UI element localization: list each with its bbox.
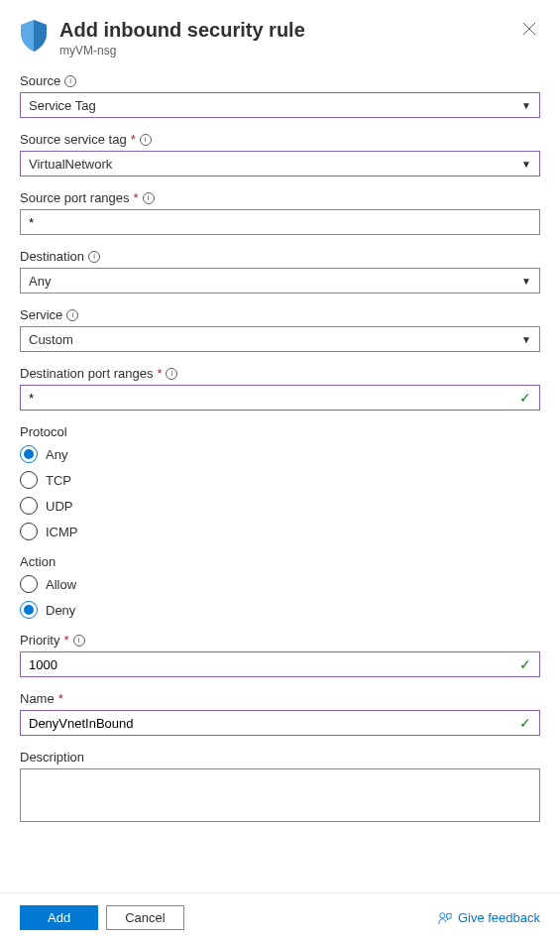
protocol-label: Protocol	[20, 424, 67, 439]
shield-icon	[20, 20, 48, 55]
radio-label: Deny	[46, 603, 75, 618]
protocol-option-any[interactable]: Any	[20, 445, 540, 463]
required-marker: *	[157, 366, 162, 381]
chevron-down-icon: ▼	[521, 159, 531, 170]
chevron-down-icon: ▼	[521, 100, 531, 111]
panel-subtitle: myVM-nsg	[59, 44, 506, 58]
chevron-down-icon: ▼	[521, 334, 531, 345]
name-input-wrap: ✓	[20, 710, 540, 736]
action-option-deny[interactable]: Deny	[20, 601, 540, 619]
action-option-allow[interactable]: Allow	[20, 575, 540, 593]
source-service-tag-select[interactable]: VirtualNetwork ▼	[20, 151, 540, 177]
source-label: Source	[20, 73, 60, 88]
check-icon: ✓	[519, 715, 531, 731]
feedback-icon	[438, 911, 452, 925]
panel-title: Add inbound security rule	[59, 18, 506, 42]
cancel-button[interactable]: Cancel	[106, 905, 183, 930]
source-service-tag-label: Source service tag	[20, 132, 127, 147]
panel-header: Add inbound security rule myVM-nsg	[20, 18, 540, 58]
source-service-tag-value: VirtualNetwork	[29, 157, 112, 172]
radio-icon	[20, 523, 38, 540]
priority-label: Priority	[20, 633, 59, 648]
dest-port-ranges-input-wrap: ✓	[20, 385, 540, 411]
radio-icon	[20, 471, 38, 489]
add-button[interactable]: Add	[20, 905, 98, 930]
service-value: Custom	[29, 332, 73, 347]
footer: Add Cancel Give feedback	[0, 892, 560, 942]
name-input[interactable]	[29, 716, 519, 731]
dest-port-ranges-label: Destination port ranges	[20, 366, 153, 381]
radio-icon	[20, 497, 38, 515]
info-icon[interactable]: i	[66, 309, 78, 321]
source-value: Service Tag	[29, 98, 96, 113]
required-marker: *	[58, 691, 63, 706]
required-marker: *	[131, 132, 136, 147]
radio-label: ICMP	[46, 525, 78, 539]
radio-label: Allow	[46, 577, 76, 592]
action-label: Action	[20, 554, 56, 569]
description-textarea[interactable]	[20, 768, 540, 822]
source-port-ranges-label: Source port ranges	[20, 190, 130, 205]
radio-icon	[20, 601, 38, 619]
priority-input[interactable]	[29, 657, 519, 672]
info-icon[interactable]: i	[166, 368, 177, 380]
info-icon[interactable]: i	[64, 75, 76, 87]
info-icon[interactable]: i	[73, 635, 85, 647]
source-select[interactable]: Service Tag ▼	[20, 92, 540, 118]
info-icon[interactable]: i	[140, 134, 152, 146]
dest-port-ranges-input[interactable]	[29, 391, 519, 406]
close-icon	[522, 22, 536, 36]
destination-value: Any	[29, 274, 51, 289]
destination-label: Destination	[20, 249, 84, 264]
destination-select[interactable]: Any ▼	[20, 268, 540, 294]
required-marker: *	[134, 190, 139, 205]
check-icon: ✓	[519, 656, 531, 672]
source-port-ranges-input-wrap	[20, 209, 540, 235]
name-label: Name	[20, 691, 55, 706]
protocol-radio-group: Any TCP UDP ICMP	[20, 445, 540, 540]
action-radio-group: Allow Deny	[20, 575, 540, 619]
svg-point-0	[440, 912, 445, 917]
check-icon: ✓	[519, 390, 531, 406]
feedback-label: Give feedback	[458, 910, 540, 925]
protocol-option-tcp[interactable]: TCP	[20, 471, 540, 489]
give-feedback-link[interactable]: Give feedback	[438, 910, 540, 925]
source-port-ranges-input[interactable]	[29, 215, 531, 230]
protocol-option-icmp[interactable]: ICMP	[20, 523, 540, 540]
radio-icon	[20, 445, 38, 463]
protocol-option-udp[interactable]: UDP	[20, 497, 540, 515]
close-button[interactable]	[518, 18, 540, 43]
chevron-down-icon: ▼	[521, 276, 531, 287]
required-marker: *	[63, 633, 68, 648]
info-icon[interactable]: i	[88, 251, 100, 263]
service-label: Service	[20, 307, 62, 322]
priority-input-wrap: ✓	[20, 651, 540, 677]
radio-label: TCP	[46, 473, 71, 488]
description-label: Description	[20, 750, 84, 765]
radio-icon	[20, 575, 38, 593]
service-select[interactable]: Custom ▼	[20, 326, 540, 352]
info-icon[interactable]: i	[143, 192, 155, 204]
radio-label: Any	[46, 447, 67, 462]
radio-label: UDP	[46, 499, 72, 514]
